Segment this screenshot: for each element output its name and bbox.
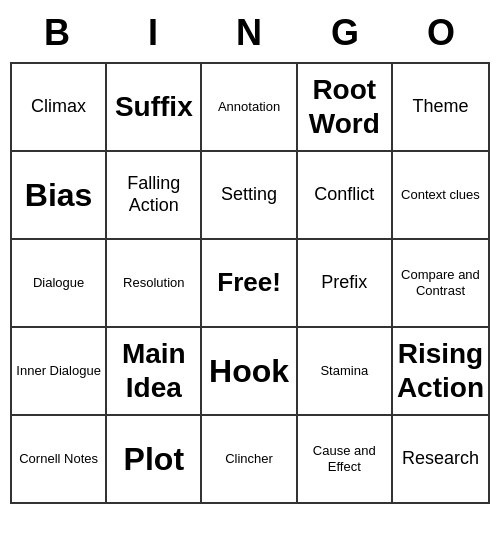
cell-r0-c3: Root Word [298, 64, 393, 152]
bingo-header: BINGO [10, 8, 490, 58]
bingo-grid: ClimaxSuffixAnnotationRoot WordThemeBias… [10, 62, 490, 504]
header-letter: G [298, 8, 394, 58]
cell-r4-c0: Cornell Notes [12, 416, 107, 504]
cell-r4-c4: Research [393, 416, 490, 504]
header-letter: I [106, 8, 202, 58]
cell-r0-c4: Theme [393, 64, 490, 152]
cell-r0-c0: Climax [12, 64, 107, 152]
cell-r2-c0: Dialogue [12, 240, 107, 328]
cell-r2-c4: Compare and Contrast [393, 240, 490, 328]
cell-r4-c3: Cause and Effect [298, 416, 393, 504]
cell-r3-c1: Main Idea [107, 328, 202, 416]
cell-r4-c1: Plot [107, 416, 202, 504]
cell-r2-c3: Prefix [298, 240, 393, 328]
cell-r2-c2: Free! [202, 240, 297, 328]
cell-r0-c2: Annotation [202, 64, 297, 152]
cell-r1-c3: Conflict [298, 152, 393, 240]
cell-r1-c1: Falling Action [107, 152, 202, 240]
cell-r3-c2: Hook [202, 328, 297, 416]
cell-r0-c1: Suffix [107, 64, 202, 152]
header-letter: B [10, 8, 106, 58]
cell-r3-c0: Inner Dialogue [12, 328, 107, 416]
bingo-card: BINGO ClimaxSuffixAnnotationRoot WordThe… [10, 8, 490, 504]
cell-r4-c2: Clincher [202, 416, 297, 504]
header-letter: O [394, 8, 490, 58]
header-letter: N [202, 8, 298, 58]
cell-r2-c1: Resolution [107, 240, 202, 328]
cell-r1-c4: Context clues [393, 152, 490, 240]
cell-r3-c3: Stamina [298, 328, 393, 416]
cell-r1-c0: Bias [12, 152, 107, 240]
cell-r3-c4: Rising Action [393, 328, 490, 416]
cell-r1-c2: Setting [202, 152, 297, 240]
